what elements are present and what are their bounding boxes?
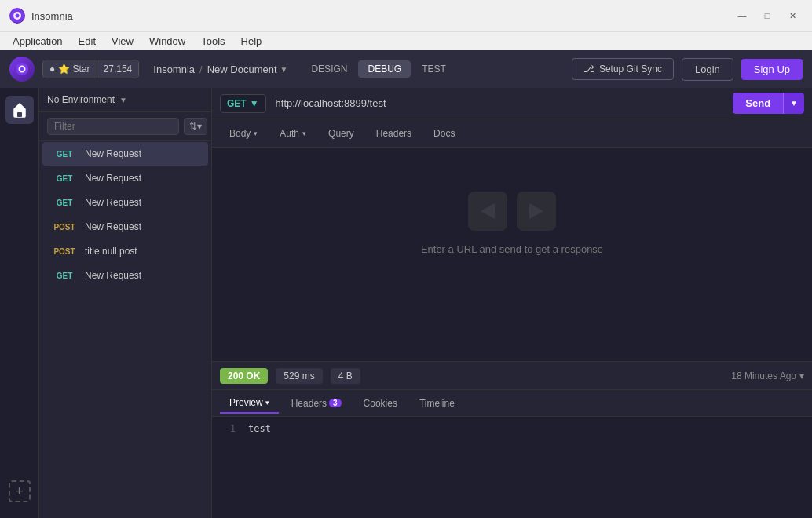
svg-point-5 [20, 67, 24, 71]
request-name: New Request [85, 270, 200, 281]
response-time-ago[interactable]: 18 Minutes Ago ▾ [731, 370, 804, 381]
document-name: New Document [207, 64, 277, 75]
maximize-button[interactable]: □ [757, 8, 777, 24]
method-badge: GET [50, 199, 79, 207]
tab-query[interactable]: Query [319, 123, 364, 144]
svg-point-2 [16, 14, 20, 18]
request-name: New Request [85, 148, 200, 159]
body-chevron-icon: ▾ [254, 130, 258, 137]
request-item[interactable]: GET New Request [42, 191, 208, 214]
tab-timeline[interactable]: Timeline [410, 394, 464, 413]
arrow-right-icon [517, 192, 556, 231]
git-sync-label: Setup Git Sync [599, 64, 662, 75]
method-badge: GET [50, 174, 79, 183]
toolbar: ● ⭐ Star 27,154 Insomnia / New Document … [0, 50, 812, 88]
minimize-button[interactable]: — [732, 8, 752, 24]
tab-body[interactable]: Body ▾ [220, 123, 267, 144]
request-item[interactable]: GET New Request [42, 166, 208, 190]
env-chevron-icon: ▼ [119, 96, 127, 104]
svg-rect-6 [17, 112, 22, 117]
request-name: New Request [85, 221, 200, 232]
request-name: title null post [85, 246, 200, 257]
send-dropdown-button[interactable]: ▼ [783, 93, 804, 114]
star-label: ● ⭐ Star [43, 60, 97, 78]
request-area: GET ▼ Send ▼ Body ▾ Auth ▾ Query Headers… [212, 88, 812, 518]
header-count-badge: 3 [329, 399, 342, 407]
request-item[interactable]: GET New Request [42, 142, 208, 166]
line-numbers: 1 [220, 423, 236, 512]
request-item[interactable]: GET New Request [42, 264, 208, 287]
menu-bar: Application Edit View Window Tools Help [0, 31, 812, 50]
sort-button[interactable]: ⇅▾ [184, 118, 207, 135]
title-bar: Insomnia — □ ✕ [0, 0, 812, 31]
arrow-left-icon [468, 192, 507, 231]
method-label: GET [227, 98, 247, 109]
request-item[interactable]: POST New Request [42, 215, 208, 239]
menu-window[interactable]: Window [143, 34, 192, 49]
tab-auth[interactable]: Auth ▾ [270, 123, 316, 144]
star-button[interactable]: ● ⭐ Star 27,154 [42, 60, 139, 78]
tab-response-headers[interactable]: Headers 3 [282, 394, 351, 413]
environment-selector[interactable]: No Environment ▼ [39, 88, 211, 112]
send-button-group: Send ▼ [733, 93, 804, 114]
app-icon [9, 8, 25, 24]
signup-button[interactable]: Sign Up [741, 59, 803, 80]
git-sync-button[interactable]: ⎇ Setup Git Sync [572, 58, 674, 80]
document-chevron-icon: ▼ [280, 65, 288, 74]
menu-edit[interactable]: Edit [72, 34, 102, 49]
response-status-bar: 200 OK 529 ms 4 B 18 Minutes Ago ▾ [212, 362, 812, 390]
menu-help[interactable]: Help [235, 34, 269, 49]
tab-test[interactable]: TEST [412, 60, 455, 78]
login-button[interactable]: Login [682, 58, 733, 81]
request-filter-bar: ⇅▾ +▾ [39, 112, 211, 141]
method-badge: POST [50, 247, 79, 256]
breadcrumb-separator: / [199, 64, 203, 75]
status-badge: 200 OK [220, 368, 268, 384]
request-list: GET New Request GET New Request GET New … [39, 141, 211, 518]
method-badge: GET [50, 150, 79, 159]
response-content: test [248, 423, 271, 512]
add-workspace-button[interactable]: + [9, 480, 31, 502]
home-icon-button[interactable] [5, 96, 34, 124]
response-area: 200 OK 529 ms 4 B 18 Minutes Ago ▾ Previ… [212, 361, 812, 518]
auth-chevron-icon: ▾ [302, 130, 306, 137]
icon-sidebar: + [0, 88, 39, 518]
url-input[interactable] [272, 94, 727, 112]
tab-headers[interactable]: Headers [367, 123, 421, 144]
empty-state-text: Enter a URL and send to get a response [421, 243, 603, 255]
breadcrumb-app: Insomnia [153, 64, 195, 75]
svg-marker-7 [481, 203, 495, 219]
document-selector[interactable]: New Document ▼ [207, 64, 288, 75]
menu-application[interactable]: Application [6, 34, 69, 49]
insomnia-logo [9, 57, 35, 82]
close-button[interactable]: ✕ [782, 8, 803, 24]
request-item[interactable]: POST title null post [42, 239, 208, 263]
response-size-badge: 4 B [331, 368, 360, 384]
empty-state: Enter a URL and send to get a response [212, 148, 812, 361]
app-title: Insomnia [31, 10, 726, 22]
response-time-badge: 529 ms [276, 368, 322, 384]
tab-preview[interactable]: Preview ▾ [220, 393, 279, 414]
menu-tools[interactable]: Tools [195, 34, 231, 49]
empty-arrows-illustration [468, 192, 556, 231]
git-icon: ⎇ [583, 64, 594, 75]
send-button[interactable]: Send [733, 93, 783, 114]
github-icon: ● [49, 64, 55, 75]
main-content: + No Environment ▼ ⇅▾ +▾ GET New Request… [0, 88, 812, 518]
request-name: New Request [85, 197, 200, 208]
request-tabs: Body ▾ Auth ▾ Query Headers Docs [212, 119, 812, 148]
tab-cookies[interactable]: Cookies [354, 394, 407, 413]
tab-debug[interactable]: DEBUG [358, 60, 411, 78]
svg-marker-8 [529, 203, 543, 219]
request-sidebar: No Environment ▼ ⇅▾ +▾ GET New Request G… [39, 88, 212, 518]
method-badge: GET [50, 272, 79, 280]
method-chevron-icon: ▼ [250, 98, 259, 109]
method-selector[interactable]: GET ▼ [220, 94, 266, 113]
time-ago-chevron-icon: ▾ [799, 370, 804, 381]
tab-design[interactable]: DESIGN [302, 60, 357, 78]
tab-docs[interactable]: Docs [424, 123, 464, 144]
menu-view[interactable]: View [105, 34, 140, 49]
filter-input[interactable] [47, 118, 179, 135]
breadcrumb: Insomnia / New Document ▼ [153, 64, 287, 75]
preview-chevron-icon: ▾ [265, 399, 269, 407]
